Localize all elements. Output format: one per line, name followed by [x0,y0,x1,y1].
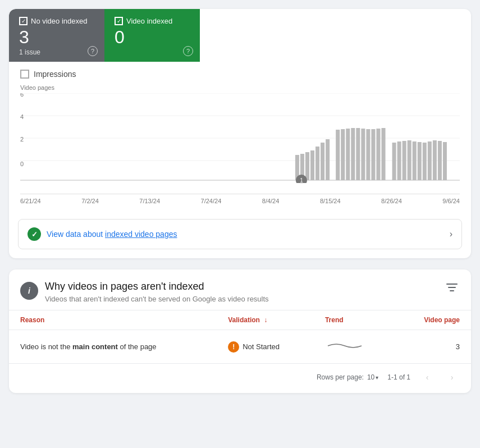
svg-rect-34 [433,140,437,180]
status-card: No video indexed 3 1 issue ? Video index… [9,9,471,258]
svg-rect-36 [443,142,447,180]
svg-rect-29 [408,140,412,180]
why-videos-card: i Why videos in pages aren't indexed Vid… [9,269,471,393]
card2-title-area: i Why videos in pages aren't indexed Vid… [20,281,269,303]
help-icon-video[interactable]: ? [183,46,193,56]
x-label-3: 7/13/24 [139,198,160,204]
svg-rect-16 [336,130,340,180]
rows-per-page-label: Rows per page: [317,373,364,381]
x-label-8: 9/6/24 [442,198,460,204]
pagination-row: Rows per page: 10 ▾ 1-1 of 1 ‹ › [9,363,471,393]
svg-text:6: 6 [20,93,24,98]
impressions-label: Impressions [34,70,76,79]
col-validation[interactable]: Validation ↓ [217,310,314,330]
warning-icon: ! [228,341,239,353]
tile-issue-no-video: 1 issue [19,48,93,56]
tile-no-video-indexed[interactable]: No video indexed 3 1 issue ? [9,9,104,62]
card2-header: i Why videos in pages aren't indexed Vid… [9,269,471,310]
cell-validation: ! Not Started [217,330,314,364]
svg-rect-27 [397,141,401,180]
x-label-6: 8/15/24 [320,198,341,204]
impressions-checkbox[interactable] [20,70,29,79]
table-row: Video is not the main content of the pag… [9,330,471,364]
svg-rect-31 [418,142,422,180]
svg-rect-11 [305,152,309,180]
dropdown-chevron-icon: ▾ [376,374,378,381]
status-tiles: No video indexed 3 1 issue ? Video index… [9,9,471,62]
view-data-text: View data about indexed video pages [47,230,177,239]
svg-text:0: 0 [20,161,24,167]
green-check-circle-icon: ✓ [28,227,41,241]
card2-text: Why videos in pages aren't indexed Video… [45,281,269,303]
tile-label-no-video: No video indexed [19,17,93,25]
view-data-link-text: indexed video pages [105,230,177,239]
svg-rect-26 [392,143,396,180]
checkbox-checked-icon-green [115,17,123,25]
prev-page-button[interactable]: ‹ [419,369,435,385]
svg-text:1: 1 [300,177,303,183]
chart-area: Video pages 6 4 2 0 [20,84,460,207]
chart-svg: 6 4 2 0 [20,93,460,183]
x-label-5: 8/4/24 [262,198,280,204]
rows-per-page-dropdown[interactable]: 10 ▾ [367,373,378,381]
cell-trend [314,330,395,364]
cell-reason: Video is not the main content of the pag… [9,330,217,364]
svg-rect-39 [446,284,458,285]
col-trend: Trend [314,310,395,330]
card2-subtitle: Videos that aren't indexed can't be serv… [45,295,269,303]
x-label-2: 7/2/24 [81,198,99,204]
table-header-row: Reason Validation ↓ Trend Video page [9,310,471,330]
tile-label-video: Video indexed [115,17,189,25]
svg-rect-22 [366,129,370,180]
tile-video-indexed[interactable]: Video indexed 0 ? [104,9,200,62]
view-data-link-row[interactable]: ✓ View data about indexed video pages › [18,219,462,249]
svg-rect-20 [356,128,360,180]
svg-rect-24 [376,129,380,180]
issues-table: Reason Validation ↓ Trend Video page Vid… [9,310,471,363]
validation-status: ! Not Started [228,341,303,353]
svg-rect-12 [310,150,314,180]
trend-line [325,338,364,355]
filter-icon[interactable] [444,281,460,297]
tile-count-no-video: 3 [19,28,93,47]
svg-rect-33 [428,141,432,180]
svg-rect-41 [450,290,454,291]
chevron-right-icon: › [450,229,452,239]
svg-rect-15 [326,139,330,180]
svg-rect-25 [381,128,385,180]
svg-rect-40 [448,287,456,288]
x-label-4: 7/24/24 [201,198,222,204]
svg-rect-18 [346,129,350,180]
svg-rect-19 [351,128,355,180]
x-label-1: 6/21/24 [20,198,41,204]
svg-rect-13 [316,147,319,180]
col-reason: Reason [9,310,217,330]
svg-rect-35 [438,141,442,180]
svg-rect-30 [413,141,417,180]
svg-rect-17 [341,129,345,180]
svg-rect-21 [361,129,365,180]
help-icon-no-video[interactable]: ? [88,46,98,56]
rows-per-page: Rows per page: 10 ▾ [317,373,378,381]
tile-count-video: 0 [115,28,189,47]
svg-rect-23 [371,129,375,180]
svg-text:2: 2 [20,136,24,143]
svg-rect-14 [321,143,324,180]
impressions-section: Impressions Video pages 6 4 2 0 [9,62,471,212]
page-range: 1-1 of 1 [387,373,410,381]
next-page-button[interactable]: › [444,369,460,385]
card2-title: Why videos in pages aren't indexed [45,281,269,292]
status-text: Not Started [243,342,280,351]
svg-rect-28 [403,141,406,180]
chart-container: 6 4 2 0 [20,93,460,194]
rows-per-page-value: 10 [367,373,374,381]
svg-rect-32 [423,143,427,180]
view-data-left: ✓ View data about indexed video pages [28,227,177,241]
impressions-header: Impressions [20,70,460,79]
info-icon: i [20,282,38,300]
chart-y-label: Video pages [20,84,460,91]
cell-video-page: 3 [395,330,471,364]
svg-text:4: 4 [20,113,24,120]
checkbox-checked-icon [19,17,28,25]
x-label-7: 8/26/24 [381,198,402,204]
